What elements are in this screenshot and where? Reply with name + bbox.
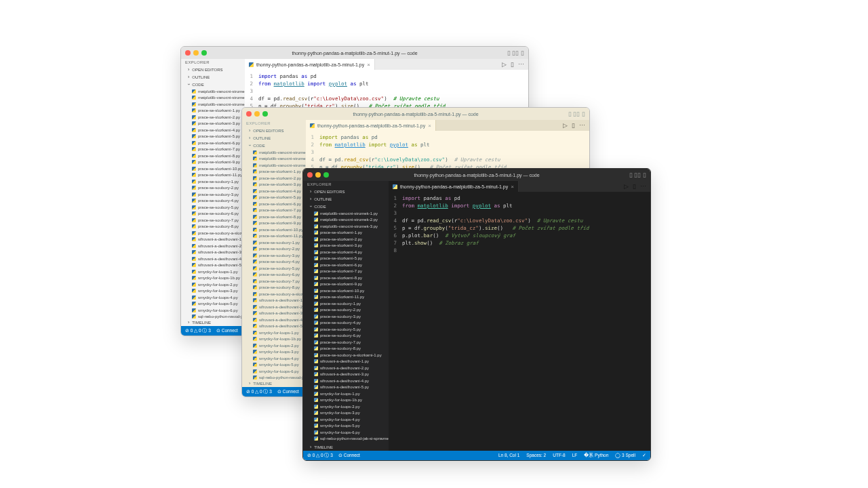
file-tree-item[interactable]: prace-se-slozkami-1.py <box>306 230 389 237</box>
explorer-sidebar[interactable]: EXPLOREROPEN EDITORSOUTLINECODEmatplotli… <box>242 120 306 387</box>
file-tree-item[interactable]: prace-se-slozkami-5.py <box>184 134 245 140</box>
file-tree-item[interactable]: prace-se-slozkami-3.py <box>184 121 245 127</box>
file-tree-item[interactable]: smycky-for-loops-2.py <box>245 342 306 349</box>
file-tree-item[interactable]: prace-se-slozkami-5.py <box>306 256 389 262</box>
file-tree-item[interactable]: prace-se-soubory-6.py <box>184 211 245 218</box>
code-line[interactable]: 4df = pd.read_csv(r"c:\LovelyData\zoo.cs… <box>389 217 650 224</box>
file-tree-item[interactable]: sifrovani-a-desifrovani-1.py <box>184 237 245 243</box>
section-open-editors[interactable]: OPEN EDITORS <box>242 127 306 134</box>
status-item[interactable]: ✓ <box>642 453 646 459</box>
section-outline[interactable]: OUTLINE <box>181 73 245 81</box>
explorer-sidebar[interactable]: EXPLOREROPEN EDITORSOUTLINECODEmatplotli… <box>303 181 389 451</box>
file-tree-item[interactable]: prace-se-slozkami-1.py <box>184 108 245 115</box>
code-line[interactable]: 4df = pd.read_csv(r"c:\LovelyData\zoo.cs… <box>306 156 589 163</box>
file-tree-item[interactable]: prace-se-soubory-a-slozkami-1.py <box>306 352 389 359</box>
file-tree-item[interactable]: prace-se-slozkami-11.py <box>184 172 245 179</box>
split-icon[interactable]: ▯ <box>633 183 636 190</box>
window-layout-icons[interactable]: ▯ ▯▯ ▯ <box>568 110 585 117</box>
file-tree-item[interactable]: prace-se-slozkami-4.py <box>306 249 389 256</box>
close-tab-icon[interactable]: × <box>511 184 514 190</box>
run-icon[interactable]: ▷ <box>624 183 629 190</box>
file-tree-item[interactable]: sifrovani-a-desifrovani-5.py <box>306 384 389 391</box>
file-tree-item[interactable]: sifrovani-a-desifrovani-4.py <box>184 256 245 262</box>
file-tree-item[interactable]: smycky-for-loops-6.py <box>245 368 306 375</box>
file-tree-item[interactable]: prace-se-slozkami-8.py <box>184 152 245 159</box>
file-tree-item[interactable]: sql-nebo-python-navod-jak-si <box>184 314 245 319</box>
section-open-editors[interactable]: OPEN EDITORS <box>181 66 245 73</box>
file-tree-item[interactable]: prace-se-slozkami-11.py <box>306 294 389 301</box>
file-tree-item[interactable]: prace-se-slozkami-8.py <box>245 214 306 220</box>
file-tree-item[interactable]: prace-se-slozkami-3.py <box>245 182 306 188</box>
file-tree-item[interactable]: smycky-for-loops-2.py <box>306 403 389 410</box>
file-tree-item[interactable]: smycky-for-loops-3.py <box>184 288 245 295</box>
window-layout-icons[interactable]: ▯ ▯▯ ▯ <box>629 171 646 178</box>
file-tree-item[interactable]: matplotlib-vanocni-stromek-3.py <box>306 223 389 230</box>
code-line[interactable]: 5p = df.groupby("trida_cz").size() # Poč… <box>389 224 650 232</box>
file-tree-item[interactable]: prace-se-soubory-6.py <box>245 272 306 279</box>
file-tree-item[interactable]: prace-se-soubory-a-slozkami <box>245 291 306 298</box>
status-item[interactable]: ⊙ Connect <box>277 389 299 394</box>
file-tree-item[interactable]: prace-se-soubory-5.py <box>184 204 245 211</box>
code-line[interactable]: 2from matplotlib import pyplot as plt <box>389 202 650 209</box>
file-tree-item[interactable]: matplotlib-vanocni-stromek-1.py <box>306 210 389 217</box>
file-tree-item[interactable]: smycky-for-loops-4.py <box>184 294 245 301</box>
file-tree-item[interactable]: sifrovani-a-desifrovani-5.py <box>184 262 245 269</box>
file-tree-item[interactable]: sifrovani-a-desifrovani-1.py <box>245 298 306 304</box>
file-tree-item[interactable]: prace-se-slozkami-2.py <box>184 114 245 121</box>
file-tree-item[interactable]: smycky-for-loops-3.py <box>306 410 389 417</box>
min-button[interactable] <box>193 50 199 56</box>
section-timeline[interactable]: TIMELINE <box>181 319 245 326</box>
file-tree-item[interactable]: sql-nebo-python-navod-jak-si <box>245 375 306 380</box>
file-tree-item[interactable]: prace-se-slozkami-6.py <box>184 140 245 146</box>
file-tree-item[interactable]: smycky-for-loops-1b.py <box>184 275 245 282</box>
file-tree-item[interactable]: prace-se-soubory-3.py <box>306 313 389 320</box>
file-tree-item[interactable]: prace-se-slozkami-6.py <box>306 262 389 268</box>
close-button[interactable] <box>246 111 252 117</box>
file-tree-item[interactable]: prace-se-slozkami-7.py <box>306 268 389 275</box>
file-tree-item[interactable]: prace-se-soubory-4.py <box>245 259 306 266</box>
status-item[interactable]: UTF-8 <box>553 453 565 459</box>
status-item[interactable]: ⊙ Connect <box>338 453 360 458</box>
editor-tab[interactable]: thonny-python-pandas-a-matplotlib-za-5-m… <box>245 59 375 70</box>
file-tree-item[interactable]: prace-se-soubory-2.py <box>306 307 389 314</box>
section-code[interactable]: CODE <box>181 81 245 88</box>
close-tab-icon[interactable]: × <box>367 62 370 68</box>
file-tree-item[interactable]: prace-se-soubory-5.py <box>245 265 306 272</box>
file-tree-item[interactable]: prace-se-soubory-a-slozkami <box>184 230 245 237</box>
run-icon[interactable]: ▷ <box>563 122 568 129</box>
file-tree[interactable]: matplotlib-vanocni-stromek-1.pymatplotli… <box>181 88 245 319</box>
file-tree-item[interactable]: sifrovani-a-desifrovani-5.py <box>245 323 306 330</box>
file-tree-item[interactable]: prace-se-slozkami-10.py <box>306 287 389 294</box>
file-tree-item[interactable]: prace-se-soubory-5.py <box>306 326 389 333</box>
file-tree-item[interactable]: prace-se-slozkami-3.py <box>306 243 389 249</box>
file-tree-item[interactable]: prace-se-soubory-8.py <box>184 224 245 230</box>
file-tree-item[interactable]: smycky-for-loops-5.py <box>245 362 306 369</box>
file-tree-item[interactable]: prace-se-soubory-4.py <box>184 198 245 205</box>
file-tree-item[interactable]: sifrovani-a-desifrovani-1.py <box>306 359 389 365</box>
file-tree-item[interactable]: prace-se-slozkami-9.py <box>306 281 389 288</box>
file-tree-item[interactable]: matplotlib-vanocni-stromek-1.py <box>245 149 306 156</box>
file-tree-item[interactable]: prace-se-soubory-1.py <box>184 178 245 185</box>
max-button[interactable] <box>323 172 329 178</box>
code-line[interactable]: 2from matplotlib import pyplot as plt <box>245 80 528 87</box>
file-tree-item[interactable]: smycky-for-loops-2.py <box>184 281 245 288</box>
file-tree-item[interactable]: prace-se-soubory-1.py <box>245 239 306 246</box>
file-tree-item[interactable]: sifrovani-a-desifrovani-2.py <box>184 243 245 249</box>
code-line[interactable]: 1import pandas as pd <box>389 195 650 202</box>
min-button[interactable] <box>315 172 321 178</box>
file-tree-item[interactable]: smycky-for-loops-4.py <box>306 416 389 423</box>
more-icon[interactable]: ⋯ <box>579 122 585 129</box>
code-content[interactable]: df = pd.read_csv(r"c:\LovelyData\zoo.csv… <box>319 156 500 163</box>
more-icon[interactable]: ⋯ <box>640 183 646 190</box>
file-tree-item[interactable]: sifrovani-a-desifrovani-3.py <box>245 310 306 317</box>
min-button[interactable] <box>254 111 260 117</box>
file-tree-item[interactable]: prace-se-soubory-3.py <box>184 191 245 198</box>
file-tree-item[interactable]: prace-se-soubory-7.py <box>245 278 306 285</box>
file-tree-item[interactable]: smycky-for-loops-1.py <box>184 268 245 275</box>
file-tree-item[interactable]: prace-se-slozkami-6.py <box>245 201 306 207</box>
section-code[interactable]: CODE <box>303 203 389 210</box>
section-outline[interactable]: OUTLINE <box>303 195 389 203</box>
window-titlebar[interactable]: thonny-python-pandas-a-matplotlib-za-5-m… <box>181 47 528 59</box>
file-tree-item[interactable]: prace-se-slozkami-7.py <box>184 146 245 153</box>
status-item[interactable]: �系 Python <box>584 453 608 459</box>
